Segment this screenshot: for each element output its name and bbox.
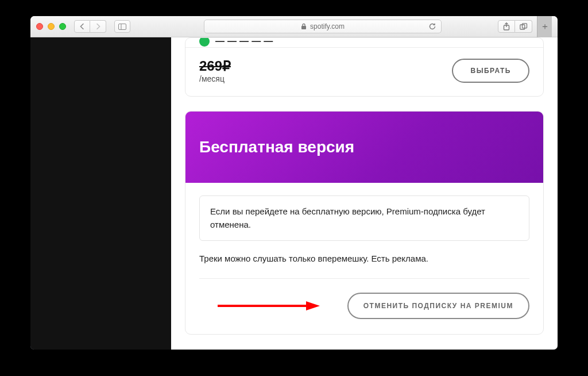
toolbar-right	[498, 20, 532, 33]
maximize-window-button[interactable]	[59, 23, 66, 30]
page-content: — — — — — 269₽ /месяц ВЫБРАТЬ Бесплатная…	[171, 37, 558, 350]
select-plan-button[interactable]: ВЫБРАТЬ	[452, 59, 529, 83]
address-host-text: spotify.com	[310, 22, 345, 30]
premium-plan-feature-row: — — — — —	[199, 38, 529, 47]
lock-icon	[301, 23, 307, 30]
browser-window: spotify.com	[30, 16, 558, 350]
minimize-window-button[interactable]	[48, 23, 55, 30]
close-window-button[interactable]	[36, 23, 43, 30]
price-amount: 269₽	[199, 58, 231, 74]
forward-button[interactable]	[90, 20, 106, 33]
reload-button[interactable]	[428, 22, 436, 30]
premium-plan-card: — — — — — 269₽ /месяц ВЫБРАТЬ	[185, 37, 544, 97]
divider	[199, 278, 529, 279]
sidebar-toggle-button[interactable]	[114, 20, 130, 33]
divider	[185, 47, 543, 48]
tabs-overview-button[interactable]	[515, 20, 532, 33]
viewport: — — — — — 269₽ /месяц ВЫБРАТЬ Бесплатная…	[30, 37, 558, 350]
free-plan-title: Бесплатная версия	[199, 138, 529, 156]
free-plan-card: Бесплатная версия Если вы перейдете на б…	[185, 111, 544, 335]
back-button[interactable]	[74, 20, 90, 33]
price-period: /месяц	[199, 74, 231, 83]
check-icon	[199, 38, 210, 47]
svg-marker-7	[306, 301, 320, 310]
address-host: spotify.com	[301, 22, 345, 30]
free-plan-header: Бесплатная версия	[185, 112, 543, 183]
nav-back-forward	[74, 20, 106, 33]
window-controls	[36, 23, 66, 30]
annotation-arrow-icon	[216, 300, 320, 312]
free-plan-description: Треки можно слушать только вперемешку. Е…	[199, 254, 529, 263]
titlebar: spotify.com	[30, 16, 558, 37]
new-tab-button[interactable]: ＋	[537, 16, 552, 37]
free-plan-notice: Если вы перейдете на бесплатную версию, …	[199, 195, 529, 241]
site-sidebar	[30, 37, 171, 350]
premium-plan-price: 269₽ /месяц	[199, 58, 231, 83]
address-bar[interactable]: spotify.com	[204, 20, 442, 33]
svg-rect-2	[301, 26, 306, 29]
svg-rect-0	[119, 24, 126, 29]
cancel-premium-button[interactable]: ОТМЕНИТЬ ПОДПИСКУ НА PREMIUM	[347, 293, 529, 319]
share-button[interactable]	[498, 20, 515, 33]
